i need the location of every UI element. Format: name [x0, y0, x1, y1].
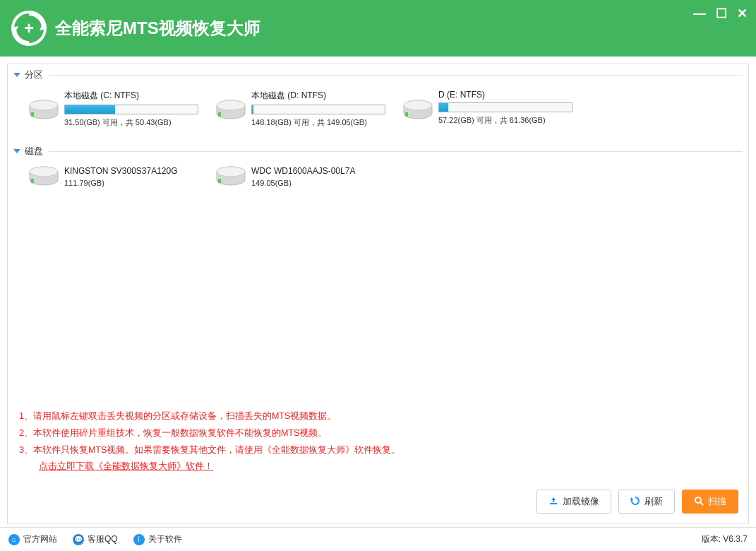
svg-rect-18 [218, 179, 221, 183]
main-panel: 分区 本地磁盘 (C: NTFS)31.50(GB) 可用，共 50.43(GB… [7, 64, 749, 524]
app-logo-icon: + [11, 11, 47, 46]
title-bar: + 全能索尼MTS视频恢复大师 — ☐ ✕ [0, 0, 756, 57]
usage-bar [438, 102, 572, 112]
svg-point-5 [30, 100, 58, 110]
disk-group-header[interactable]: 磁盘 [8, 141, 748, 162]
partition-name: D (E: NTFS) [438, 90, 572, 100]
svg-point-11 [404, 100, 432, 110]
hint-line: 2、本软件使用碎片重组技术，恢复一般数据恢复软件不能恢复的MTS视频。 [19, 425, 737, 442]
minimize-button[interactable]: — [693, 7, 706, 20]
partition-name: 本地磁盘 (D: NTFS) [251, 90, 385, 102]
refresh-button[interactable]: 刷新 [618, 490, 675, 514]
svg-line-21 [700, 502, 703, 505]
scan-button[interactable]: 扫描 [682, 490, 738, 514]
hint-line: 3、本软件只恢复MTS视频。如果需要恢复其他文件，请使用《全能数据恢复大师》软件… [19, 442, 737, 459]
svg-rect-12 [405, 112, 408, 117]
collapse-icon [13, 149, 20, 153]
svg-marker-19 [630, 497, 633, 500]
hints: 1、请用鼠标左键双击丢失视频的分区或存储设备，扫描丢失的MTS视频数据。 2、本… [8, 401, 748, 482]
support-qq-link[interactable]: 💬 客服QQ [73, 533, 118, 545]
partition-stat: 57.22(GB) 可用，共 61.36(GB) [438, 115, 572, 126]
refresh-icon [630, 496, 640, 508]
partition-item[interactable]: 本地磁盘 (D: NTFS)148.18(GB) 可用，共 149.05(GB) [216, 90, 396, 128]
disk-name: WDC WD1600AAJS-00L7A [251, 166, 355, 176]
disk-size: 149.05(GB) [251, 179, 355, 187]
disk-list: KINGSTON SV300S37A120G111.79(GB)WDC WD16… [8, 162, 748, 200]
collapse-icon [13, 73, 20, 77]
official-site-link[interactable]: ⌂ 官方网站 [8, 533, 57, 545]
partition-stat: 148.18(GB) 可用，共 149.05(GB) [251, 117, 385, 128]
svg-rect-9 [218, 112, 221, 117]
drive-icon [29, 100, 59, 121]
button-row: 加载镜像 刷新 扫描 [8, 482, 748, 523]
footer: ⌂ 官方网站 💬 客服QQ i 关于软件 版本: V6.3.7 [0, 527, 756, 551]
window-controls: — ☐ ✕ [693, 7, 748, 20]
disk-name: KINGSTON SV300S37A120G [64, 166, 178, 176]
svg-point-17 [217, 167, 245, 177]
svg-point-14 [30, 167, 58, 177]
usage-bar [64, 105, 198, 114]
search-icon [694, 496, 704, 508]
svg-point-8 [217, 100, 245, 110]
svg-rect-6 [31, 112, 34, 117]
hint-line: 1、请用鼠标左键双击丢失视频的分区或存储设备，扫描丢失的MTS视频数据。 [19, 408, 737, 425]
disk-item[interactable]: KINGSTON SV300S37A120G111.79(GB) [29, 166, 209, 187]
usage-bar [251, 105, 385, 114]
svg-point-20 [695, 497, 701, 503]
svg-text:+: + [24, 18, 34, 37]
partition-list: 本地磁盘 (C: NTFS)31.50(GB) 可用，共 50.43(GB)本地… [8, 85, 748, 141]
close-button[interactable]: ✕ [737, 7, 748, 20]
partition-item[interactable]: 本地磁盘 (C: NTFS)31.50(GB) 可用，共 50.43(GB) [29, 90, 209, 128]
version-label: 版本: V6.3.7 [702, 533, 748, 545]
partition-stat: 31.50(GB) 可用，共 50.43(GB) [64, 117, 198, 128]
disk-size: 111.79(GB) [64, 179, 178, 187]
disk-item[interactable]: WDC WD1600AAJS-00L7A149.05(GB) [216, 166, 396, 187]
home-icon: ⌂ [8, 534, 20, 545]
download-link[interactable]: 点击立即下载《全能数据恢复大师》软件！ [39, 458, 737, 475]
disk-icon [29, 166, 59, 187]
chat-icon: 💬 [73, 534, 84, 545]
partition-group-title: 分区 [25, 69, 43, 81]
partition-item[interactable]: D (E: NTFS)57.22(GB) 可用，共 61.36(GB) [403, 90, 583, 128]
maximize-button[interactable]: ☐ [716, 7, 727, 20]
drive-icon [216, 100, 246, 121]
svg-rect-15 [31, 179, 34, 183]
drive-icon [403, 100, 433, 121]
app-title: 全能索尼MTS视频恢复大师 [55, 17, 260, 40]
partition-group-header[interactable]: 分区 [8, 64, 748, 85]
info-icon: i [133, 534, 145, 545]
partition-name: 本地磁盘 (C: NTFS) [64, 90, 198, 102]
disk-icon [216, 166, 246, 187]
upload-icon [548, 496, 558, 508]
about-link[interactable]: i 关于软件 [133, 533, 182, 545]
disk-group-title: 磁盘 [25, 145, 43, 158]
load-image-button[interactable]: 加载镜像 [536, 490, 611, 514]
